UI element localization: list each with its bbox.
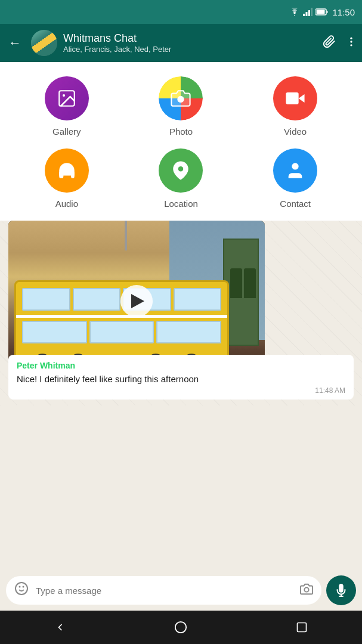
text-message-bubble: Peter Whitman Nice! I definitely feel li…	[8, 355, 354, 400]
attach-button[interactable]	[323, 35, 336, 51]
chat-area: 0:40 11:45 AM Peter Whitman Nice! I defi…	[0, 221, 362, 405]
message-input[interactable]	[36, 586, 293, 596]
svg-point-9	[350, 44, 352, 46]
header-info: Whitmans Chat Alice, Francis, Jack, Ned,…	[63, 32, 317, 54]
message-timestamp: 11:48 AM	[17, 386, 345, 395]
svg-point-15	[292, 163, 298, 169]
nav-home-button[interactable]	[174, 621, 187, 634]
svg-point-11	[63, 94, 65, 97]
photo-label: Photo	[169, 126, 193, 137]
camera-button[interactable]	[300, 583, 313, 599]
photo-option[interactable]: Photo	[124, 76, 239, 137]
chat-title: Whitmans Chat	[63, 32, 317, 45]
audio-label: Audio	[55, 199, 78, 209]
nav-recent-button[interactable]	[296, 621, 308, 633]
audio-icon-circle	[45, 148, 89, 193]
mic-button[interactable]	[326, 575, 356, 605]
gallery-icon-circle	[45, 76, 89, 120]
svg-rect-2	[308, 10, 310, 16]
svg-point-7	[350, 37, 352, 39]
play-triangle-icon	[131, 294, 144, 308]
battery-icon	[315, 8, 329, 16]
location-option[interactable]: Location	[124, 148, 239, 209]
gallery-option[interactable]: Gallery	[10, 76, 124, 137]
audio-option[interactable]: Audio	[10, 148, 124, 209]
status-icons	[289, 8, 329, 16]
nav-bar	[0, 611, 362, 644]
svg-point-17	[16, 583, 27, 595]
svg-rect-0	[303, 14, 305, 16]
svg-rect-5	[327, 11, 328, 13]
message-text: Nice! I definitely feel like surfing thi…	[17, 373, 345, 385]
avatar[interactable]	[31, 30, 57, 56]
input-bar	[0, 570, 362, 611]
contact-label: Contact	[280, 199, 311, 209]
more-button[interactable]	[345, 36, 357, 51]
video-option[interactable]: Video	[238, 76, 352, 137]
video-icon-circle	[273, 76, 317, 120]
svg-rect-13	[286, 92, 299, 104]
svg-point-20	[304, 587, 308, 592]
nav-back-button[interactable]	[54, 621, 66, 633]
signal-icon	[303, 8, 313, 16]
svg-point-8	[350, 41, 352, 42]
wifi-icon	[289, 8, 300, 16]
chat-header: ← Whitmans Chat Alice, Francis, Jack, Ne…	[0, 24, 362, 62]
location-label: Location	[164, 199, 198, 209]
photo-icon-circle	[159, 76, 203, 120]
svg-point-14	[178, 166, 184, 172]
media-picker: Gallery Photo Video Audio	[0, 62, 362, 221]
contact-icon-circle	[273, 148, 317, 193]
header-actions	[323, 35, 357, 51]
svg-point-23	[175, 622, 186, 633]
chat-subtitle: Alice, Francis, Jack, Ned, Peter	[63, 45, 317, 54]
message-input-container	[6, 576, 321, 605]
emoji-button[interactable]	[14, 581, 29, 599]
video-label: Video	[284, 126, 307, 137]
svg-rect-24	[298, 623, 307, 632]
play-button[interactable]	[120, 285, 153, 317]
svg-rect-3	[311, 8, 313, 16]
svg-rect-6	[317, 10, 325, 14]
back-button[interactable]: ←	[5, 32, 25, 54]
status-bar: 11:50	[0, 0, 362, 24]
svg-rect-1	[306, 12, 308, 16]
message-sender: Peter Whitman	[17, 361, 345, 370]
contact-option[interactable]: Contact	[238, 148, 352, 209]
gallery-label: Gallery	[52, 126, 81, 137]
status-time: 11:50	[332, 7, 355, 17]
svg-point-12	[178, 96, 184, 103]
location-icon-circle	[159, 148, 203, 193]
